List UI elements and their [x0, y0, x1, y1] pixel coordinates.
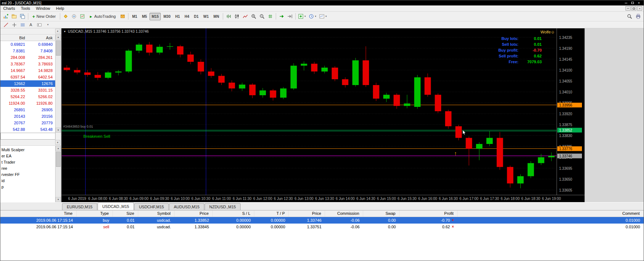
chart-tab[interactable]: AUDUSD,M15 — [169, 203, 204, 210]
market-watch-row[interactable]: 284.008284.261 — [0, 54, 56, 61]
timeframe-w1-button[interactable]: W1 — [201, 13, 211, 20]
navigator-item[interactable]: t Trader — [0, 159, 56, 165]
close-position-button[interactable]: × — [452, 218, 454, 222]
chart-minimize-icon[interactable] — [625, 6, 631, 11]
chart-tab[interactable]: NZDUSD.,M15 — [205, 203, 241, 210]
alerts-icon[interactable] — [119, 13, 127, 20]
scrollbar-thumb[interactable] — [56, 152, 61, 167]
restore-icon[interactable] — [629, 1, 636, 5]
timeframe-m30-button[interactable]: M30 — [161, 13, 172, 20]
navigator-item[interactable]: ree — [0, 165, 56, 172]
terminal-column-header[interactable]: Commission — [325, 210, 363, 217]
timeframe-m5-button[interactable]: M5 — [140, 13, 149, 20]
market-watch-scrollbar[interactable]: ▲ ▼ — [55, 35, 61, 133]
strategy-tester-icon[interactable] — [78, 13, 86, 20]
symbol-filter-box[interactable] — [0, 133, 56, 140]
profiles-icon[interactable] — [10, 13, 18, 20]
navigator-scrollbar[interactable]: ▲ ▼ — [55, 146, 61, 202]
navigator-item[interactable]: p — [0, 184, 56, 190]
scripts-icon[interactable] — [70, 13, 78, 20]
grid-icon[interactable] — [266, 13, 274, 20]
market-watch-row[interactable]: 6397.546402.54 — [0, 74, 56, 80]
navigator-item[interactable]: er EA — [0, 153, 56, 159]
price-axis[interactable]: 1.342351.341901.341451.341001.340551.340… — [557, 28, 584, 195]
scrollbar-track[interactable] — [56, 40, 61, 128]
chart-restore-icon[interactable] — [631, 6, 636, 11]
trade-row[interactable]: 2019.06.06 17:15:14buy0.01usdcad.1.33852… — [0, 217, 644, 224]
navigator-close-icon[interactable]: × — [55, 140, 60, 145]
terminal-column-header[interactable]: Size — [113, 210, 138, 217]
scroll-down-icon[interactable]: ▼ — [56, 197, 61, 202]
market-watch-row[interactable]: 7.83817.8408 — [0, 48, 56, 54]
zoom-out-icon[interactable] — [258, 13, 266, 20]
periods-icon[interactable]: ▼ — [308, 13, 318, 20]
market-watch-row[interactable]: 14.966714.9828 — [0, 67, 56, 74]
market-watch-row[interactable]: 0.698210.69840 — [0, 41, 56, 48]
bid-column-header[interactable]: Bid — [0, 36, 26, 40]
terminal-column-header[interactable]: Time — [0, 210, 77, 217]
crosshair-icon[interactable] — [11, 22, 18, 28]
menu-window[interactable]: Window — [33, 5, 53, 11]
timeframe-h1-button[interactable]: H1 — [173, 13, 182, 20]
menu-charts[interactable]: Charts — [0, 5, 18, 11]
chart-close-icon[interactable]: × — [637, 6, 642, 11]
templates-icon[interactable]: ▼ — [318, 13, 328, 20]
market-watch-row[interactable]: 542.88543.48 — [0, 126, 56, 133]
chart-plot[interactable] — [62, 28, 557, 195]
search-icon[interactable] — [625, 13, 633, 20]
ask-column-header[interactable]: Ask — [26, 36, 54, 40]
market-watch-row[interactable]: 5264.225266.02 — [0, 93, 56, 100]
market-watch-row[interactable]: 2014320156 — [0, 113, 56, 120]
scroll-down-icon[interactable]: ▼ — [56, 128, 61, 133]
text-icon[interactable]: A — [27, 22, 34, 28]
market-watch-row[interactable]: 3328.553331.15 — [0, 87, 56, 93]
menu-tools[interactable]: Tools — [18, 5, 33, 11]
terminal-column-header[interactable]: Comment — [458, 210, 644, 217]
timeframe-h4-button[interactable]: H4 — [182, 13, 192, 20]
line-chart-type-icon[interactable] — [241, 13, 249, 20]
text-label-icon[interactable] — [36, 22, 43, 28]
chart-shift-icon[interactable] — [286, 13, 294, 20]
terminal-column-header[interactable]: S / L — [213, 210, 254, 217]
autotrading-button[interactable]: ► AutoTrading — [87, 13, 118, 20]
market-watch-row[interactable]: 2076720779 — [0, 120, 56, 126]
minimize-icon[interactable] — [623, 1, 629, 5]
trendline-icon[interactable] — [2, 22, 9, 28]
timeframe-m15-button[interactable]: M15 — [149, 13, 161, 20]
chart-tab[interactable]: USDCAD.,M15 — [98, 202, 134, 210]
trade-row[interactable]: 2019.06.06 17:15:14sell0.01usdcad.1.3384… — [0, 224, 644, 230]
market-watch-row[interactable]: 1266212676 — [0, 80, 56, 87]
market-watch-close-icon[interactable]: × — [55, 29, 60, 33]
close-icon[interactable]: × — [636, 1, 642, 5]
shapes-dropdown-icon[interactable]: ▼ — [44, 22, 51, 28]
chart-window[interactable]: ▼ USDCAD.,M15 1.33746 1.33756 1.33743 1.… — [61, 28, 584, 202]
scroll-up-icon[interactable]: ▲ — [56, 146, 61, 151]
terminal-column-header[interactable]: Price — [289, 210, 325, 217]
indicators-icon[interactable]: ▼ — [297, 13, 307, 20]
auto-scroll-icon[interactable] — [278, 13, 286, 20]
timeframe-mn-button[interactable]: MN — [211, 13, 221, 20]
navigator-item[interactable]: rvester FF — [0, 172, 56, 178]
scrollbar-thumb[interactable] — [56, 40, 61, 56]
zoom-in-icon[interactable] — [250, 13, 258, 20]
scrollbar-track[interactable] — [56, 151, 61, 197]
terminal-column-header[interactable]: Profit — [399, 210, 458, 217]
terminal-column-header[interactable]: Swap — [363, 210, 399, 217]
scroll-up-icon[interactable]: ▲ — [56, 35, 61, 40]
terminal-column-header[interactable]: T / P — [254, 210, 289, 217]
market-watch-row[interactable]: 11924.0011926.80 — [0, 100, 56, 107]
terminal-column-header[interactable]: Price — [175, 210, 213, 217]
terminal-column-header[interactable]: Type — [77, 210, 113, 217]
chart-tab[interactable]: EURUSD,M15 — [62, 203, 97, 210]
close-position-button[interactable]: × — [452, 225, 454, 229]
menu-help[interactable]: Help — [53, 5, 67, 11]
timeframe-d1-button[interactable]: D1 — [192, 13, 201, 20]
navigator-item[interactable]: id — [0, 178, 56, 184]
new-chart-icon[interactable] — [2, 13, 10, 20]
chart-tab[interactable]: USDCHF,M15 — [134, 203, 169, 210]
time-axis[interactable]: 6 Jun 20196 Jun 08:006 Jun 08:306 Jun 09… — [62, 195, 584, 202]
print-icon[interactable] — [634, 13, 642, 20]
market-watch-row[interactable]: 2689126905 — [0, 107, 56, 113]
navigator-item[interactable]: Multi Scalper — [0, 147, 56, 153]
expert-advisors-icon[interactable] — [62, 13, 70, 20]
